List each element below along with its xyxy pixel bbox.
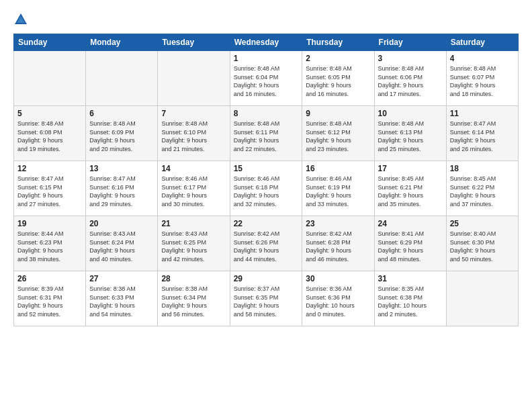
day-info: Sunrise: 8:35 AM Sunset: 6:38 PM Dayligh… xyxy=(378,285,443,318)
day-number: 27 xyxy=(89,274,154,283)
day-number: 3 xyxy=(378,54,443,63)
day-info: Sunrise: 8:48 AM Sunset: 6:11 PM Dayligh… xyxy=(234,120,299,153)
calendar-day-cell: 11Sunrise: 8:47 AM Sunset: 6:14 PM Dayli… xyxy=(446,106,518,161)
day-number: 14 xyxy=(161,164,226,173)
calendar-day-cell: 14Sunrise: 8:46 AM Sunset: 6:17 PM Dayli… xyxy=(158,161,230,216)
day-number: 10 xyxy=(378,109,443,118)
calendar-day-cell: 31Sunrise: 8:35 AM Sunset: 6:38 PM Dayli… xyxy=(374,271,446,326)
day-number: 21 xyxy=(161,219,226,228)
day-info: Sunrise: 8:38 AM Sunset: 6:33 PM Dayligh… xyxy=(89,285,154,318)
day-info: Sunrise: 8:36 AM Sunset: 6:36 PM Dayligh… xyxy=(306,285,370,318)
day-number: 19 xyxy=(17,219,82,228)
day-info: Sunrise: 8:47 AM Sunset: 6:16 PM Dayligh… xyxy=(89,175,154,208)
weekday-header: Tuesday xyxy=(158,34,230,51)
weekday-header: Wednesday xyxy=(230,34,302,51)
calendar-day-cell: 21Sunrise: 8:43 AM Sunset: 6:25 PM Dayli… xyxy=(158,216,230,271)
day-number: 18 xyxy=(450,164,515,173)
calendar-day-cell: 27Sunrise: 8:38 AM Sunset: 6:33 PM Dayli… xyxy=(86,271,158,326)
day-info: Sunrise: 8:43 AM Sunset: 6:24 PM Dayligh… xyxy=(89,230,154,263)
day-info: Sunrise: 8:48 AM Sunset: 6:09 PM Dayligh… xyxy=(89,120,154,153)
calendar-day-cell: 23Sunrise: 8:42 AM Sunset: 6:28 PM Dayli… xyxy=(302,216,374,271)
day-number: 17 xyxy=(378,164,443,173)
calendar-day-cell: 10Sunrise: 8:48 AM Sunset: 6:13 PM Dayli… xyxy=(374,106,446,161)
day-number: 8 xyxy=(234,109,299,118)
logo xyxy=(13,12,31,27)
day-info: Sunrise: 8:48 AM Sunset: 6:07 PM Dayligh… xyxy=(450,64,515,98)
page: SundayMondayTuesdayWednesdayThursdayFrid… xyxy=(0,0,532,333)
day-number: 5 xyxy=(17,109,82,118)
weekday-header: Saturday xyxy=(446,34,518,51)
day-info: Sunrise: 8:48 AM Sunset: 6:13 PM Dayligh… xyxy=(378,120,443,153)
calendar-day-cell xyxy=(158,51,230,106)
calendar-day-cell: 15Sunrise: 8:46 AM Sunset: 6:18 PM Dayli… xyxy=(230,161,302,216)
day-number: 31 xyxy=(378,274,443,283)
day-number: 13 xyxy=(89,164,154,173)
calendar-day-cell: 17Sunrise: 8:45 AM Sunset: 6:21 PM Dayli… xyxy=(374,161,446,216)
weekday-header: Friday xyxy=(374,34,446,51)
day-number: 22 xyxy=(234,219,299,228)
calendar-week-row: 5Sunrise: 8:48 AM Sunset: 6:08 PM Daylig… xyxy=(14,106,519,161)
day-info: Sunrise: 8:43 AM Sunset: 6:25 PM Dayligh… xyxy=(161,230,226,263)
day-number: 30 xyxy=(306,274,370,283)
calendar-day-cell xyxy=(446,271,518,326)
day-info: Sunrise: 8:48 AM Sunset: 6:12 PM Dayligh… xyxy=(306,120,370,153)
day-number: 9 xyxy=(306,109,370,118)
calendar-day-cell: 6Sunrise: 8:48 AM Sunset: 6:09 PM Daylig… xyxy=(86,106,158,161)
calendar-day-cell: 20Sunrise: 8:43 AM Sunset: 6:24 PM Dayli… xyxy=(86,216,158,271)
day-info: Sunrise: 8:45 AM Sunset: 6:21 PM Dayligh… xyxy=(378,175,443,208)
calendar-day-cell: 24Sunrise: 8:41 AM Sunset: 6:29 PM Dayli… xyxy=(374,216,446,271)
day-info: Sunrise: 8:39 AM Sunset: 6:31 PM Dayligh… xyxy=(17,285,82,318)
calendar-day-cell: 5Sunrise: 8:48 AM Sunset: 6:08 PM Daylig… xyxy=(14,106,86,161)
weekday-header: Monday xyxy=(86,34,158,51)
day-number: 28 xyxy=(161,274,226,283)
calendar-day-cell: 1Sunrise: 8:48 AM Sunset: 6:04 PM Daylig… xyxy=(230,51,302,106)
day-info: Sunrise: 8:38 AM Sunset: 6:34 PM Dayligh… xyxy=(161,285,226,318)
calendar-day-cell: 2Sunrise: 8:48 AM Sunset: 6:05 PM Daylig… xyxy=(302,51,374,106)
day-info: Sunrise: 8:48 AM Sunset: 6:05 PM Dayligh… xyxy=(306,64,370,98)
calendar-day-cell xyxy=(86,51,158,106)
calendar-week-row: 19Sunrise: 8:44 AM Sunset: 6:23 PM Dayli… xyxy=(14,216,519,271)
day-number: 23 xyxy=(306,219,370,228)
day-number: 12 xyxy=(17,164,82,173)
calendar-day-cell: 29Sunrise: 8:37 AM Sunset: 6:35 PM Dayli… xyxy=(230,271,302,326)
day-info: Sunrise: 8:46 AM Sunset: 6:19 PM Dayligh… xyxy=(306,175,370,208)
calendar-day-cell: 16Sunrise: 8:46 AM Sunset: 6:19 PM Dayli… xyxy=(302,161,374,216)
calendar-day-cell: 18Sunrise: 8:45 AM Sunset: 6:22 PM Dayli… xyxy=(446,161,518,216)
day-info: Sunrise: 8:45 AM Sunset: 6:22 PM Dayligh… xyxy=(450,175,515,208)
day-info: Sunrise: 8:48 AM Sunset: 6:08 PM Dayligh… xyxy=(17,120,82,153)
day-number: 25 xyxy=(450,219,515,228)
header xyxy=(13,12,519,27)
calendar-week-row: 12Sunrise: 8:47 AM Sunset: 6:15 PM Dayli… xyxy=(14,161,519,216)
calendar-day-cell: 3Sunrise: 8:48 AM Sunset: 6:06 PM Daylig… xyxy=(374,51,446,106)
calendar-day-cell: 19Sunrise: 8:44 AM Sunset: 6:23 PM Dayli… xyxy=(14,216,86,271)
day-info: Sunrise: 8:48 AM Sunset: 6:10 PM Dayligh… xyxy=(161,120,226,153)
day-number: 16 xyxy=(306,164,370,173)
day-info: Sunrise: 8:46 AM Sunset: 6:18 PM Dayligh… xyxy=(234,175,299,208)
day-number: 20 xyxy=(89,219,154,228)
day-info: Sunrise: 8:41 AM Sunset: 6:29 PM Dayligh… xyxy=(378,230,443,263)
day-info: Sunrise: 8:48 AM Sunset: 6:04 PM Dayligh… xyxy=(234,64,299,98)
calendar-day-cell: 26Sunrise: 8:39 AM Sunset: 6:31 PM Dayli… xyxy=(14,271,86,326)
calendar-day-cell: 22Sunrise: 8:42 AM Sunset: 6:26 PM Dayli… xyxy=(230,216,302,271)
day-number: 7 xyxy=(161,109,226,118)
day-info: Sunrise: 8:37 AM Sunset: 6:35 PM Dayligh… xyxy=(234,285,299,318)
weekday-header: Thursday xyxy=(302,34,374,51)
calendar-day-cell: 7Sunrise: 8:48 AM Sunset: 6:10 PM Daylig… xyxy=(158,106,230,161)
day-number: 2 xyxy=(306,54,370,63)
calendar-day-cell: 28Sunrise: 8:38 AM Sunset: 6:34 PM Dayli… xyxy=(158,271,230,326)
calendar-day-cell: 25Sunrise: 8:40 AM Sunset: 6:30 PM Dayli… xyxy=(446,216,518,271)
day-info: Sunrise: 8:48 AM Sunset: 6:06 PM Dayligh… xyxy=(378,64,443,98)
calendar-day-cell: 8Sunrise: 8:48 AM Sunset: 6:11 PM Daylig… xyxy=(230,106,302,161)
logo-icon xyxy=(13,12,28,27)
day-info: Sunrise: 8:44 AM Sunset: 6:23 PM Dayligh… xyxy=(17,230,82,263)
day-number: 11 xyxy=(450,109,515,118)
day-number: 6 xyxy=(89,109,154,118)
calendar-day-cell: 12Sunrise: 8:47 AM Sunset: 6:15 PM Dayli… xyxy=(14,161,86,216)
calendar-day-cell: 9Sunrise: 8:48 AM Sunset: 6:12 PM Daylig… xyxy=(302,106,374,161)
day-info: Sunrise: 8:42 AM Sunset: 6:28 PM Dayligh… xyxy=(306,230,370,263)
day-info: Sunrise: 8:40 AM Sunset: 6:30 PM Dayligh… xyxy=(450,230,515,263)
calendar-header-row: SundayMondayTuesdayWednesdayThursdayFrid… xyxy=(14,34,519,51)
day-number: 24 xyxy=(378,219,443,228)
calendar-day-cell: 30Sunrise: 8:36 AM Sunset: 6:36 PM Dayli… xyxy=(302,271,374,326)
calendar-day-cell: 4Sunrise: 8:48 AM Sunset: 6:07 PM Daylig… xyxy=(446,51,518,106)
